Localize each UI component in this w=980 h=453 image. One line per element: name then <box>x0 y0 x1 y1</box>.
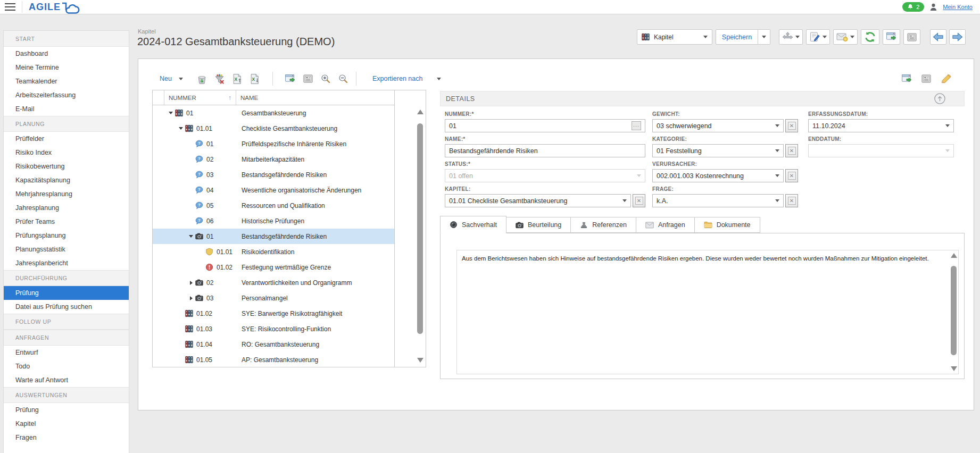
scroll-up-icon[interactable] <box>951 253 957 258</box>
table-row[interactable]: 01.01Checkliste Gesamtbanksteuerung <box>153 121 394 136</box>
scroll-down-icon[interactable] <box>951 366 957 371</box>
previous-record-button[interactable] <box>930 29 946 45</box>
column-header-nummer[interactable]: NUMMER ↑ <box>164 90 236 105</box>
filter-remove-button[interactable] <box>213 72 226 85</box>
excel-import-button[interactable]: X <box>231 72 244 85</box>
clear-field-button[interactable]: ✕ <box>633 194 645 207</box>
tab-sachverhalt[interactable]: Sachverhalt <box>440 216 506 233</box>
table-row[interactable]: ?01Prüffeldspezifische Inhärente Risiken <box>153 136 394 152</box>
sidebar-item-kapitel[interactable]: Kapitel <box>4 417 129 431</box>
edit-document-button[interactable] <box>806 29 830 45</box>
recycle-bin-button[interactable] <box>196 72 209 85</box>
account-link[interactable]: Mein Konto <box>943 4 973 10</box>
table-row[interactable]: ?03Bestandsgefährdende Risiken <box>153 167 394 182</box>
erfassungsdatum-select[interactable]: 11.10.2024 <box>808 119 954 132</box>
sidebar-item-jahresplanung[interactable]: Jahresplanung <box>4 201 129 215</box>
tab-beurteilung[interactable]: Beurteilung <box>506 217 571 233</box>
collapse-up-icon[interactable] <box>934 93 946 105</box>
expander-icon[interactable] <box>167 112 175 114</box>
table-row[interactable]: 01.05AP: Gesamtbanksteuerung <box>153 352 394 367</box>
tab-anfragen[interactable]: Anfragen <box>636 217 695 233</box>
expander-icon[interactable] <box>177 127 185 130</box>
sidebar-item-meine-termine[interactable]: Meine Termine <box>4 61 129 74</box>
hamburger-menu-icon[interactable] <box>5 3 15 11</box>
sidebar-item-dashboard[interactable]: Dashboard <box>4 47 129 61</box>
table-row[interactable]: 01.02SYE: Barwertige Risikotragfähigkeit <box>153 306 394 321</box>
sidebar-item-prüfungsplanung[interactable]: Prüfungsplanung <box>4 229 129 242</box>
scrollbar-thumb[interactable] <box>951 266 957 355</box>
expander-icon[interactable] <box>187 281 195 285</box>
name-input[interactable]: Bestandsgefährdende Risiken <box>445 144 645 157</box>
scroll-down-icon[interactable] <box>417 358 423 363</box>
sachverhalt-textarea[interactable]: Aus dem Berichtswesen haben sich Hinweis… <box>456 250 959 374</box>
window-export-button[interactable] <box>900 72 913 85</box>
lookup-grid-button[interactable]: ··· <box>632 121 641 130</box>
table-row[interactable]: 03Personalmangel <box>153 290 394 306</box>
sidebar-item-todo[interactable]: Todo <box>4 359 129 373</box>
new-button[interactable]: Neu <box>160 75 183 82</box>
pencil-button[interactable] <box>940 72 952 85</box>
entity-type-select[interactable]: Kapitel <box>637 29 712 45</box>
sidebar-item-entwurf[interactable]: Entwurf <box>4 346 129 359</box>
scrollbar-thumb[interactable] <box>417 123 423 334</box>
table-row[interactable]: ?06Historische Prüfungen <box>153 213 394 229</box>
clear-field-button[interactable]: ✕ <box>785 119 798 132</box>
table-row[interactable]: 01.02Festlegung wertmäßige Grenze <box>153 259 394 275</box>
tab-referenzen[interactable]: Referenzen <box>570 217 636 233</box>
sidebar-item-prüfer-teams[interactable]: Prüfer Teams <box>4 215 129 229</box>
textarea-scrollbar[interactable] <box>950 253 958 371</box>
form-window-button[interactable] <box>302 72 314 85</box>
next-record-button[interactable] <box>949 29 966 45</box>
user-icon[interactable] <box>929 3 938 12</box>
sidebar-item-teamkalender[interactable]: Teamkalender <box>4 74 129 88</box>
notifications-badge[interactable]: 2 <box>902 2 924 12</box>
clear-field-button[interactable]: ✕ <box>785 144 798 157</box>
sidebar-item-jahresplanbericht[interactable]: Jahresplanbericht <box>4 256 129 270</box>
table-row[interactable]: 01Bestandsgefährdende Risiken <box>153 229 394 244</box>
window-export-button[interactable] <box>883 29 900 45</box>
verursacher-select[interactable]: 002.001.003 Kostenrechnung <box>652 169 784 182</box>
sidebar-item-prüffelder[interactable]: Prüffelder <box>4 132 129 146</box>
sidebar-item-mehrjahresplanung[interactable]: Mehrjahresplanung <box>4 187 129 201</box>
tab-dokumente[interactable]: Dokumente <box>694 217 760 233</box>
sidebar-item-fragen[interactable]: Fragen <box>4 431 129 444</box>
sidebar-item-warte-auf-antwort[interactable]: Warte auf Antwort <box>4 373 129 387</box>
kapitel-select[interactable]: 01.01 Checkliste Gesamtbanksteuerung <box>445 194 631 207</box>
zoom-in-button[interactable] <box>319 72 332 85</box>
table-row[interactable]: 01.04RO: Gesamtbanksteuerung <box>153 337 394 352</box>
sidebar-item-e-mail[interactable]: E-Mail <box>4 102 129 116</box>
table-row[interactable]: 02Verantwortlichkeiten und Organigramm <box>153 275 394 290</box>
gewicht-select[interactable]: 03 schwerwiegend <box>652 119 784 132</box>
mail-certificate-button[interactable] <box>833 29 858 45</box>
zoom-out-button[interactable] <box>337 72 350 85</box>
sync-button[interactable] <box>861 29 879 45</box>
expander-icon[interactable] <box>187 235 195 238</box>
sidebar-item-kapazitätsplanung[interactable]: Kapazitätsplanung <box>4 173 129 187</box>
sidebar-item-risikobewertung[interactable]: Risikobewertung <box>4 160 129 173</box>
table-row[interactable]: 01.03SYE: Risikocontrolling-Funktion <box>153 321 394 337</box>
sidebar-item-datei-aus-prüfung-suchen[interactable]: Datei aus Prüfung suchen <box>4 300 129 314</box>
table-row[interactable]: 01.01Risikoidentifikation <box>153 244 394 259</box>
window-export-button[interactable] <box>284 72 297 85</box>
excel-export-button[interactable]: X <box>248 72 261 85</box>
table-row[interactable]: ?04Wesentliche organisatorische Änderung… <box>153 182 394 198</box>
column-header-name[interactable]: NAME <box>236 90 394 105</box>
clear-field-button[interactable]: ✕ <box>785 194 798 207</box>
sidebar-item-planungsstatistik[interactable]: Planungsstatistik <box>4 242 129 256</box>
sidebar-item-arbeitszeiterfassung[interactable]: Arbeitszeiterfassung <box>4 88 129 102</box>
expander-icon[interactable] <box>187 296 195 300</box>
form-window-button[interactable] <box>903 29 920 45</box>
sidebar-item-prüfung[interactable]: Prüfung <box>4 286 129 300</box>
table-row[interactable]: ?05Ressourcen und Qualifikation <box>153 198 394 213</box>
sidebar-item-prüfung[interactable]: Prüfung <box>4 403 129 417</box>
kategorie-select[interactable]: 01 Feststellung <box>652 144 784 157</box>
tree-scrollbar[interactable] <box>416 110 424 363</box>
sidebar-item-risiko-index[interactable]: Risiko Index <box>4 146 129 160</box>
save-button[interactable]: Speichern <box>716 29 758 45</box>
form-window-button[interactable] <box>920 72 933 85</box>
workflow-button[interactable] <box>779 29 803 45</box>
table-row[interactable]: 01Gesamtbanksteuerung <box>153 105 394 121</box>
scroll-up-icon[interactable] <box>417 110 423 114</box>
clear-field-button[interactable]: ✕ <box>785 169 798 182</box>
table-row[interactable]: ?02Mitarbeiterkapazitäten <box>153 152 394 167</box>
